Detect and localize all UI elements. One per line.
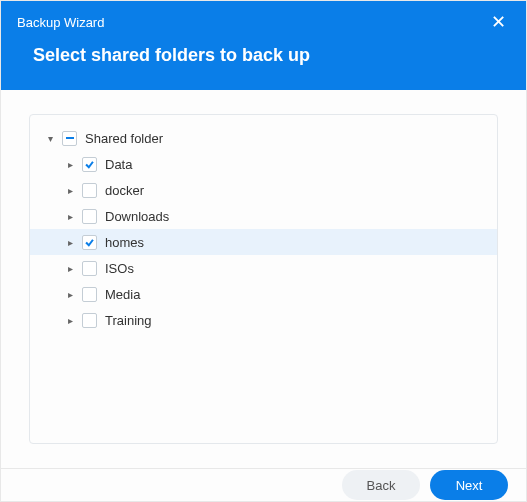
tree-item[interactable]: ▸homes [30, 229, 497, 255]
checkbox[interactable] [82, 157, 97, 172]
back-button[interactable]: Back [342, 470, 420, 500]
tree-item-label: Media [105, 287, 140, 302]
tree-item-label: Data [105, 157, 132, 172]
chevron-right-icon[interactable]: ▸ [64, 315, 76, 326]
checkbox-root[interactable] [62, 131, 77, 146]
tree-root-label: Shared folder [85, 131, 163, 146]
tree-item-label: Downloads [105, 209, 169, 224]
chevron-right-icon[interactable]: ▸ [64, 289, 76, 300]
tree-item-label: Training [105, 313, 151, 328]
chevron-down-icon[interactable]: ▾ [44, 133, 56, 144]
chevron-right-icon[interactable]: ▸ [64, 185, 76, 196]
checkbox[interactable] [82, 209, 97, 224]
chevron-right-icon[interactable]: ▸ [64, 237, 76, 248]
tree-item-label: homes [105, 235, 144, 250]
window-title: Backup Wizard [17, 15, 104, 30]
next-button[interactable]: Next [430, 470, 508, 500]
chevron-right-icon[interactable]: ▸ [64, 159, 76, 170]
checkbox[interactable] [82, 287, 97, 302]
folder-tree: ▾ Shared folder ▸Data▸docker▸Downloads▸h… [29, 114, 498, 444]
checkbox[interactable] [82, 235, 97, 250]
tree-item[interactable]: ▸docker [30, 177, 497, 203]
close-icon[interactable]: ✕ [487, 11, 510, 33]
checkbox[interactable] [82, 183, 97, 198]
chevron-right-icon[interactable]: ▸ [64, 211, 76, 222]
checkbox[interactable] [82, 313, 97, 328]
tree-item[interactable]: ▸Training [30, 307, 497, 333]
tree-item[interactable]: ▸Media [30, 281, 497, 307]
tree-item[interactable]: ▸ISOs [30, 255, 497, 281]
tree-root-row[interactable]: ▾ Shared folder [30, 125, 497, 151]
tree-item[interactable]: ▸Downloads [30, 203, 497, 229]
page-heading: Select shared folders to back up [17, 33, 510, 70]
footer: Back Next [1, 468, 526, 501]
content-area: ▾ Shared folder ▸Data▸docker▸Downloads▸h… [1, 90, 526, 468]
chevron-right-icon[interactable]: ▸ [64, 263, 76, 274]
tree-item[interactable]: ▸Data [30, 151, 497, 177]
checkbox[interactable] [82, 261, 97, 276]
tree-item-label: ISOs [105, 261, 134, 276]
tree-item-label: docker [105, 183, 144, 198]
